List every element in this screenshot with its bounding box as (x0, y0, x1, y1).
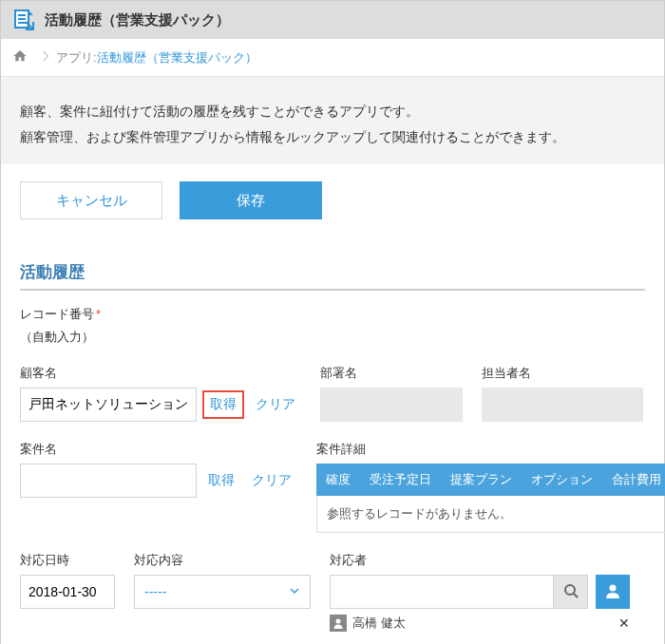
deal-clear-button[interactable]: クリア (246, 468, 297, 493)
svg-point-4 (565, 585, 575, 595)
svg-point-6 (610, 584, 617, 591)
dept-label: 部署名 (320, 365, 463, 382)
response-content-label: 対応内容 (134, 552, 311, 569)
dept-field (320, 388, 463, 422)
detail-col-5: 合計費用 (602, 464, 665, 496)
close-icon: ✕ (618, 616, 630, 631)
search-icon (563, 583, 579, 601)
home-icon[interactable] (12, 48, 35, 66)
customer-input[interactable] (20, 388, 197, 422)
breadcrumb-app-link[interactable]: 活動履歴（営業支援パック） (97, 49, 257, 66)
document-icon (12, 9, 35, 31)
detail-table-empty: 参照するレコードがありません。 (316, 496, 665, 533)
responder-chip: 高橋 健太 (330, 615, 406, 632)
detail-col-3: 提案プラン (441, 464, 522, 496)
customer-lookup-button[interactable]: 取得 (202, 390, 244, 419)
contact-label: 担当者名 (482, 365, 643, 382)
avatar-icon (330, 615, 347, 632)
responder-input[interactable] (330, 575, 554, 609)
response-content-value: ----- (144, 584, 166, 599)
responder-chip-remove[interactable]: ✕ (618, 616, 630, 631)
save-button[interactable]: 保存 (180, 181, 322, 219)
response-date-label: 対応日時 (20, 552, 115, 569)
responder-chip-name: 高橋 健太 (352, 615, 406, 632)
detail-col-1: 確度 (316, 464, 360, 496)
customer-clear-button[interactable]: クリア (250, 392, 301, 417)
customer-label: 顧客名 (20, 365, 301, 382)
contact-field (482, 388, 643, 422)
header-title: 活動履歴（営業支援パック） (45, 11, 230, 29)
responder-search-button[interactable] (554, 575, 588, 609)
chevron-right-icon (35, 49, 56, 66)
description-line1: 顧客、案件に紐付けて活動の履歴を残すことができるアプリです。 (20, 100, 645, 123)
svg-line-5 (574, 594, 578, 597)
description-line2: 顧客管理、および案件管理アプリから情報をルックアップして関連付けることができます… (20, 125, 645, 149)
record-number-auto: （自動入力） (20, 329, 645, 346)
responder-label: 対応者 (330, 552, 645, 569)
breadcrumb-app-prefix: アプリ: (56, 49, 97, 66)
record-number-label: レコード番号* (20, 306, 645, 323)
response-content-dropdown[interactable]: ----- (134, 575, 311, 609)
detail-col-2: 受注予定日 (360, 464, 441, 496)
response-date-input[interactable] (20, 575, 115, 609)
deal-label: 案件名 (20, 441, 297, 458)
responder-org-button[interactable] (596, 575, 630, 609)
svg-point-7 (336, 619, 341, 624)
detail-label: 案件詳細 (316, 441, 665, 458)
description-box: 顧客、案件に紐付けて活動の履歴を残すことができるアプリです。 顧客管理、および案… (1, 77, 664, 164)
header-bar: 活動履歴（営業支援パック） (1, 1, 664, 39)
cancel-button[interactable]: キャンセル (20, 181, 162, 219)
deal-lookup-button[interactable]: 取得 (202, 468, 240, 493)
person-icon (604, 582, 621, 602)
chevron-down-icon (289, 584, 300, 599)
deal-input[interactable] (20, 464, 197, 498)
section-title: 活動履歴 (20, 261, 645, 291)
detail-col-4: オプション (522, 464, 602, 496)
detail-table-header: 確度 受注予定日 提案プラン オプション 合計費用 (316, 464, 665, 496)
breadcrumb: アプリ: 活動履歴（営業支援パック） (1, 39, 664, 77)
